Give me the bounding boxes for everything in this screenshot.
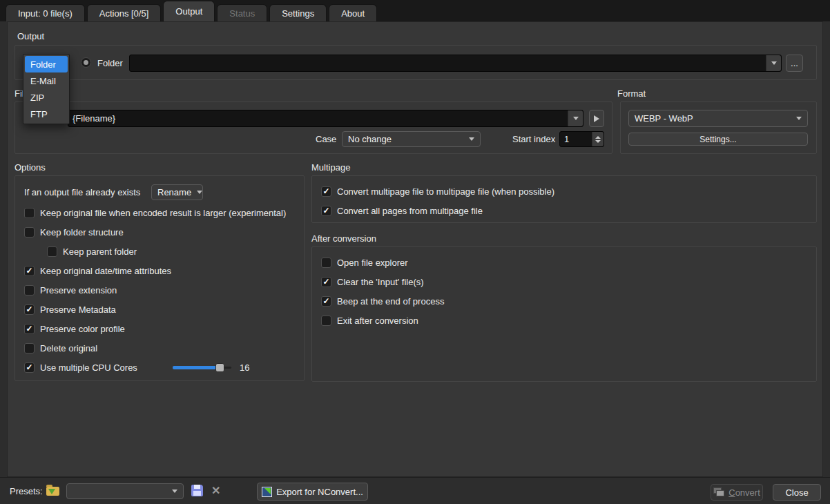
filename-group: {Filename} Case No change Start index 1 bbox=[15, 101, 612, 154]
presets-label: Presets: bbox=[10, 486, 43, 496]
export-icon bbox=[262, 487, 272, 497]
checkbox-box: ✓ bbox=[321, 186, 331, 197]
format-combobox[interactable]: WEBP - WebP bbox=[628, 110, 808, 127]
start-index-label: Start index bbox=[512, 134, 555, 144]
tab-status: Status bbox=[217, 4, 267, 21]
checkbox-preserve-extension[interactable]: ✓ Preserve extension bbox=[24, 280, 117, 300]
checkbox-preserve-metadata[interactable]: ✓ Preserve Metadata bbox=[24, 300, 116, 319]
bottom-bar: Presets: ✕ Export for NConvert... Conver… bbox=[0, 477, 830, 504]
after-conversion-group: ✓ Open file explorer ✓ Clear the 'Input'… bbox=[311, 246, 817, 382]
checkbox-label: Preserve extension bbox=[40, 285, 117, 295]
checkbox-box: ✓ bbox=[321, 277, 331, 287]
cpu-cores-slider[interactable] bbox=[173, 362, 231, 373]
save-preset-icon[interactable] bbox=[191, 485, 203, 496]
checkbox-box: ✓ bbox=[321, 316, 331, 326]
checkbox-delete-original[interactable]: ✓ Delete original bbox=[24, 338, 97, 358]
checkbox-label: Preserve color profile bbox=[40, 324, 125, 334]
tab-input[interactable]: Input: 0 file(s) bbox=[6, 4, 85, 21]
checkbox-label: Keep original file when encoded result i… bbox=[40, 208, 286, 218]
output-folder-path-combobox[interactable] bbox=[129, 55, 782, 72]
filename-pattern-combobox[interactable]: {Filename} bbox=[68, 110, 583, 127]
dropdown-item-folder[interactable]: Folder bbox=[25, 56, 68, 72]
chevron-down-icon[interactable] bbox=[766, 55, 781, 71]
checkbox-preserve-color-profile[interactable]: ✓ Preserve color profile bbox=[24, 319, 125, 338]
tab-actions[interactable]: Actions [0/5] bbox=[87, 4, 162, 21]
start-index-value: 1 bbox=[560, 134, 592, 144]
checkbox-beep-end-of-process[interactable]: ✓ Beep at the end of process bbox=[321, 291, 444, 311]
check-icon: ✓ bbox=[322, 297, 329, 305]
checkbox-label: Exit after conversion bbox=[337, 316, 418, 326]
spin-up-icon bbox=[595, 136, 601, 139]
play-icon bbox=[594, 115, 599, 122]
convert-images-icon bbox=[713, 487, 725, 497]
check-icon: ✓ bbox=[26, 266, 32, 275]
check-icon: ✓ bbox=[26, 305, 32, 313]
checkbox-keep-original-when-larger[interactable]: ✓ Keep original file when encoded result… bbox=[24, 203, 286, 222]
checkbox-label: Convert multipage file to multipage file… bbox=[337, 186, 554, 197]
filename-variables-button[interactable] bbox=[589, 110, 604, 127]
checkbox-box: ✓ bbox=[24, 208, 35, 218]
checkbox-label: Keep original date/time attributes bbox=[40, 266, 171, 276]
format-settings-button[interactable]: Settings... bbox=[628, 133, 808, 146]
checkbox-label: Preserve Metadata bbox=[40, 304, 116, 315]
checkbox-box: ✓ bbox=[24, 324, 35, 334]
checkbox-box: ✓ bbox=[24, 266, 35, 276]
checkbox-keep-datetime-attributes[interactable]: ✓ Keep original date/time attributes bbox=[24, 261, 171, 280]
file-exists-label: If an output file already exists bbox=[24, 187, 140, 197]
check-icon: ✓ bbox=[322, 187, 329, 195]
after-conversion-group-title: After conversion bbox=[311, 233, 376, 244]
delete-preset-icon[interactable]: ✕ bbox=[211, 484, 220, 497]
check-icon: ✓ bbox=[322, 206, 329, 215]
checkbox-box: ✓ bbox=[24, 227, 35, 238]
folder-radio[interactable] bbox=[81, 57, 91, 68]
dropdown-item-ftp[interactable]: FTP bbox=[25, 106, 68, 122]
close-button[interactable]: Close bbox=[773, 484, 821, 501]
dropdown-item-email[interactable]: E-Mail bbox=[25, 72, 68, 89]
checkbox-box: ✓ bbox=[321, 296, 331, 307]
checkbox-open-file-explorer[interactable]: ✓ Open file explorer bbox=[321, 253, 408, 272]
chevron-down-icon bbox=[796, 117, 802, 120]
radio-dot bbox=[84, 60, 88, 65]
tab-about[interactable]: About bbox=[329, 4, 377, 21]
start-index-spinbox[interactable]: 1 bbox=[559, 131, 604, 147]
convert-button: Convert bbox=[711, 484, 763, 501]
checkbox-box: ✓ bbox=[24, 285, 35, 295]
tab-bar: Input: 0 file(s) Actions [0/5] Output St… bbox=[0, 0, 830, 21]
output-type-dropdown-menu: Folder E-Mail ZIP FTP bbox=[23, 54, 70, 124]
cpu-cores-value: 16 bbox=[240, 362, 249, 373]
checkbox-keep-folder-structure[interactable]: ✓ Keep folder structure bbox=[24, 222, 124, 242]
checkbox-use-multiple-cpu-cores[interactable]: ✓ Use multiple CPU Cores bbox=[24, 358, 137, 377]
export-nconvert-label: Export for NConvert... bbox=[276, 487, 363, 497]
spinner-arrows[interactable] bbox=[592, 132, 604, 146]
checkbox-keep-parent-folder[interactable]: ✓ Keep parent folder bbox=[47, 242, 137, 261]
dropdown-item-zip[interactable]: ZIP bbox=[25, 89, 68, 106]
export-nconvert-button[interactable]: Export for NConvert... bbox=[257, 483, 368, 501]
file-exists-value: Rename bbox=[157, 187, 191, 197]
load-preset-folder-icon[interactable] bbox=[46, 487, 59, 496]
chevron-down-icon[interactable] bbox=[568, 110, 583, 126]
checkbox-box: ✓ bbox=[321, 206, 331, 216]
tab-settings[interactable]: Settings bbox=[269, 4, 327, 21]
check-icon: ✓ bbox=[26, 363, 32, 371]
slider-handle[interactable] bbox=[215, 363, 224, 372]
checkbox-convert-multipage-to-multipage[interactable]: ✓ Convert multipage file to multipage fi… bbox=[321, 182, 554, 201]
checkbox-exit-after-conversion[interactable]: ✓ Exit after conversion bbox=[321, 311, 418, 330]
file-exists-combobox[interactable]: Rename bbox=[151, 184, 203, 200]
checkbox-convert-all-pages[interactable]: ✓ Convert all pages from multipage file bbox=[321, 201, 483, 220]
tab-output[interactable]: Output bbox=[163, 1, 215, 21]
checkbox-label: Clear the 'Input' file(s) bbox=[337, 277, 424, 287]
checkbox-label: Keep parent folder bbox=[63, 246, 137, 257]
case-value: No change bbox=[348, 134, 392, 144]
format-value: WEBP - WebP bbox=[635, 113, 693, 124]
checkbox-label: Open file explorer bbox=[337, 258, 408, 268]
options-group: If an output file already exists Rename … bbox=[15, 175, 305, 381]
multipage-group: ✓ Convert multipage file to multipage fi… bbox=[311, 175, 817, 223]
presets-combobox[interactable] bbox=[66, 483, 184, 499]
browse-folder-button[interactable]: ... bbox=[786, 55, 803, 72]
chevron-down-icon bbox=[172, 490, 177, 493]
case-label: Case bbox=[316, 134, 336, 144]
checkbox-clear-input-files[interactable]: ✓ Clear the 'Input' file(s) bbox=[321, 272, 424, 291]
green-arrow-icon bbox=[264, 488, 271, 494]
checkbox-label: Beep at the end of process bbox=[337, 296, 444, 307]
case-combobox[interactable]: No change bbox=[342, 131, 481, 147]
